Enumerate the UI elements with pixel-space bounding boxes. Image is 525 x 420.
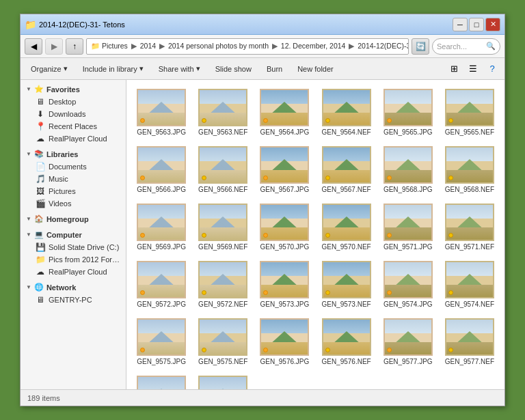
new-folder-button[interactable]: New folder [291, 61, 340, 77]
sidebar-item-realplayer-computer[interactable]: ☁ RealPlayer Cloud [21, 266, 126, 278]
file-item[interactable]: GEN_9570.NEF [317, 200, 375, 255]
file-item[interactable]: GEN_9575.JPG [132, 315, 191, 369]
sidebar-item-pictures[interactable]: 🖼 Pictures [21, 185, 126, 197]
file-item[interactable]: GEN_9574.JPG [379, 257, 438, 312]
file-item[interactable]: GEN_9566.JPG [132, 143, 191, 197]
file-item[interactable]: GEN_9568.JPG [379, 143, 438, 197]
sidebar-header-network[interactable]: ▼ 🌐 Network [21, 281, 126, 294]
file-thumbnail [322, 89, 371, 126]
favorites-label: Favorites [46, 85, 80, 94]
sidebar-item-documents[interactable]: 📄 Documents [21, 160, 126, 173]
minimize-button[interactable]: ─ [453, 18, 468, 31]
file-name: GEN_9568.NEF [445, 186, 494, 194]
file-item[interactable]: GEN_9571.NEF [440, 200, 499, 255]
view-details-button[interactable]: ☰ [465, 61, 481, 76]
status-bar: 189 items [21, 389, 504, 406]
file-name: GEN_9573.NEF [321, 300, 371, 309]
file-thumbnail [383, 318, 433, 356]
libraries-icon: 📚 [34, 150, 44, 158]
file-thumbnail [137, 146, 186, 184]
sidebar-header-computer[interactable]: ▼ 💻 Computer [21, 228, 126, 241]
include-in-library-button[interactable]: Include in library ▾ [77, 61, 150, 77]
file-item[interactable]: GEN_9578.JPG [132, 372, 191, 389]
sidebar-item-pics2012[interactable]: 📁 Pics from 2012 Forward ( [21, 253, 126, 266]
file-name: GEN_9572.NEF [198, 300, 247, 309]
file-name: GEN_9564.JPG [260, 128, 310, 137]
burn-button[interactable]: Burn [260, 61, 288, 77]
slideshow-button[interactable]: Slide show [209, 61, 258, 77]
file-item[interactable]: GEN_9569.JPG [132, 200, 191, 255]
file-content-area[interactable]: GEN_9563.JPG GEN_9563.NEF GEN_9564.JPG [126, 80, 504, 389]
organize-button[interactable]: Organize ▾ [25, 61, 74, 77]
file-thumbnail [383, 146, 433, 184]
help-button[interactable]: ? [484, 61, 500, 76]
file-item[interactable]: GEN_9565.JPG [379, 85, 438, 140]
file-item[interactable]: GEN_9569.NEF [193, 200, 252, 255]
close-button[interactable]: ✕ [485, 18, 500, 31]
search-box[interactable]: Search... 🔍 [432, 38, 500, 55]
address-bar: ◀ ▶ ↑ 📁 Pictures ▶ 2014 ▶ 2014 personal … [21, 35, 504, 58]
file-item[interactable]: GEN_9573.NEF [317, 257, 375, 312]
back-button[interactable]: ◀ [25, 38, 42, 55]
file-item[interactable]: GEN_9578.NEF [193, 372, 252, 389]
sidebar-header-libraries[interactable]: ▼ 📚 Libraries [21, 148, 126, 160]
file-item[interactable]: GEN_9572.JPG [132, 257, 191, 312]
file-thumbnail [260, 89, 309, 126]
include-chevron: ▾ [139, 64, 144, 73]
file-name: GEN_9564.NEF [321, 128, 371, 137]
file-item[interactable]: GEN_9568.NEF [440, 143, 499, 197]
file-thumbnail [445, 89, 494, 126]
gentry-label: GENTRY-PC [49, 296, 92, 304]
sidebar-item-desktop[interactable]: 🖥 Desktop [21, 96, 126, 108]
sidebar-item-recent-places[interactable]: 📍 Recent Places [21, 120, 126, 132]
file-item[interactable]: GEN_9572.NEF [193, 257, 252, 312]
file-name: GEN_9572.JPG [137, 300, 186, 309]
network-label: Network [46, 283, 76, 292]
sidebar-item-ssd[interactable]: 💾 Solid State Drive (C:) [21, 241, 126, 253]
file-item[interactable]: GEN_9567.NEF [317, 143, 375, 197]
sidebar-header-favorites[interactable]: ▼ ⭐ Favorites [21, 83, 126, 96]
file-thumbnail [383, 89, 433, 126]
title-bar-controls: ─ □ ✕ [453, 18, 500, 31]
search-placeholder: Search... [437, 42, 467, 51]
pics2012-icon: 📁 [36, 255, 45, 264]
file-item[interactable]: GEN_9576.NEF [317, 315, 375, 369]
file-thumbnail [445, 261, 494, 298]
file-name: GEN_9577.NEF [445, 358, 494, 366]
sidebar-header-homegroup[interactable]: ▼ 🏠 Homegroup [21, 212, 126, 225]
file-item[interactable]: GEN_9573.JPG [255, 257, 314, 312]
network-arrow: ▼ [26, 284, 31, 290]
sidebar-item-videos[interactable]: 🎬 Videos [21, 197, 126, 210]
music-label: Music [49, 175, 68, 183]
address-box[interactable]: 📁 Pictures ▶ 2014 ▶ 2014 personal photos… [86, 38, 409, 55]
file-item[interactable]: GEN_9563.NEF [193, 85, 252, 140]
file-thumbnail [260, 146, 309, 184]
sidebar-item-downloads[interactable]: ⬇ Downloads [21, 108, 126, 120]
file-thumbnail [445, 318, 494, 356]
share-with-button[interactable]: Share with ▾ [152, 61, 206, 77]
file-item[interactable]: GEN_9571.JPG [379, 200, 438, 255]
view-toggle-button[interactable]: ⊞ [446, 61, 462, 76]
maximize-button[interactable]: □ [469, 18, 484, 31]
up-button[interactable]: ↑ [66, 38, 83, 55]
sidebar-section-libraries: ▼ 📚 Libraries 📄 Documents 🎵 Music 🖼 Pict… [21, 148, 126, 210]
forward-button[interactable]: ▶ [45, 38, 63, 55]
file-item[interactable]: GEN_9577.NEF [440, 315, 499, 369]
file-item[interactable]: GEN_9574.NEF [440, 257, 499, 312]
file-item[interactable]: GEN_9563.JPG [132, 85, 191, 140]
file-item[interactable]: GEN_9565.NEF [440, 85, 499, 140]
file-item[interactable]: GEN_9566.NEF [193, 143, 252, 197]
file-item[interactable]: GEN_9564.NEF [317, 85, 375, 140]
file-item[interactable]: GEN_9577.JPG [379, 315, 438, 369]
file-item[interactable]: GEN_9575.NEF [193, 315, 252, 369]
sidebar-section-favorites: ▼ ⭐ Favorites 🖥 Desktop ⬇ Downloads 📍 Re… [21, 83, 126, 145]
refresh-button[interactable]: 🔄 [412, 38, 429, 55]
file-item[interactable]: GEN_9567.JPG [255, 143, 314, 197]
sidebar-item-realplayer-favorites[interactable]: ☁ RealPlayer Cloud [21, 132, 126, 145]
file-item[interactable]: GEN_9570.JPG [255, 200, 314, 255]
file-thumbnail [137, 89, 186, 126]
file-item[interactable]: GEN_9564.JPG [255, 85, 314, 140]
file-item[interactable]: GEN_9576.JPG [255, 315, 314, 369]
sidebar-item-music[interactable]: 🎵 Music [21, 173, 126, 185]
sidebar-item-gentry-pc[interactable]: 🖥 GENTRY-PC [21, 294, 126, 306]
